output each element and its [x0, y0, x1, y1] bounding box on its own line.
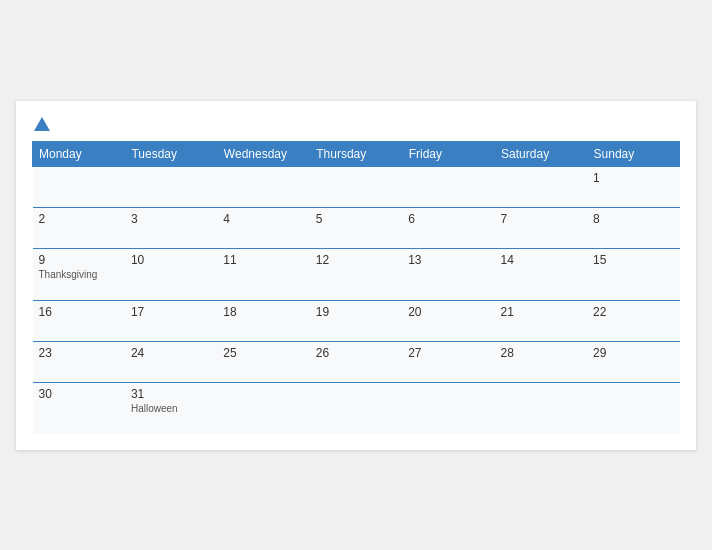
calendar-day-cell: 2 [33, 207, 125, 248]
calendar-week-row: 9Thanksgiving101112131415 [33, 248, 680, 300]
day-number: 26 [316, 346, 396, 360]
calendar-day-cell: 23 [33, 341, 125, 382]
calendar-day-cell [217, 382, 309, 434]
calendar-day-cell: 20 [402, 300, 494, 341]
calendar-day-cell: 26 [310, 341, 402, 382]
day-number: 7 [501, 212, 581, 226]
calendar-day-cell: 18 [217, 300, 309, 341]
day-number: 28 [501, 346, 581, 360]
day-number: 13 [408, 253, 488, 267]
day-number: 8 [593, 212, 673, 226]
weekday-header-thursday: Thursday [310, 141, 402, 166]
calendar-day-cell: 27 [402, 341, 494, 382]
calendar-day-cell [217, 166, 309, 207]
calendar-day-cell: 16 [33, 300, 125, 341]
weekday-header-friday: Friday [402, 141, 494, 166]
calendar-day-cell: 17 [125, 300, 217, 341]
calendar-day-cell: 3 [125, 207, 217, 248]
logo [32, 117, 52, 131]
calendar-day-cell: 21 [495, 300, 587, 341]
calendar-day-cell: 7 [495, 207, 587, 248]
calendar-day-cell [402, 382, 494, 434]
calendar-day-cell: 6 [402, 207, 494, 248]
calendar-day-cell [310, 166, 402, 207]
calendar-day-cell: 30 [33, 382, 125, 434]
day-number: 1 [593, 171, 673, 185]
day-number: 20 [408, 305, 488, 319]
day-number: 18 [223, 305, 303, 319]
day-number: 25 [223, 346, 303, 360]
day-number: 2 [39, 212, 119, 226]
calendar-day-cell: 28 [495, 341, 587, 382]
calendar-day-cell [402, 166, 494, 207]
day-number: 11 [223, 253, 303, 267]
calendar-day-cell: 25 [217, 341, 309, 382]
calendar-day-cell: 29 [587, 341, 679, 382]
calendar-day-cell: 24 [125, 341, 217, 382]
calendar-week-row: 23242526272829 [33, 341, 680, 382]
weekday-header-saturday: Saturday [495, 141, 587, 166]
calendar-day-cell [495, 166, 587, 207]
calendar-week-row: 1 [33, 166, 680, 207]
weekday-header-tuesday: Tuesday [125, 141, 217, 166]
calendar-day-cell: 11 [217, 248, 309, 300]
calendar-day-cell: 8 [587, 207, 679, 248]
calendar-day-cell [125, 166, 217, 207]
day-number: 17 [131, 305, 211, 319]
day-number: 27 [408, 346, 488, 360]
weekday-header-wednesday: Wednesday [217, 141, 309, 166]
calendar-day-cell: 15 [587, 248, 679, 300]
day-event-label: Halloween [131, 403, 211, 414]
calendar-day-cell: 14 [495, 248, 587, 300]
calendar-week-row: 3031Halloween [33, 382, 680, 434]
day-number: 30 [39, 387, 119, 401]
calendar-day-cell: 5 [310, 207, 402, 248]
weekday-header-monday: Monday [33, 141, 125, 166]
calendar-table: MondayTuesdayWednesdayThursdayFridaySatu… [32, 141, 680, 434]
logo-triangle-icon [34, 117, 50, 131]
day-number: 16 [39, 305, 119, 319]
calendar-day-cell: 22 [587, 300, 679, 341]
day-number: 23 [39, 346, 119, 360]
day-number: 10 [131, 253, 211, 267]
calendar-day-cell: 12 [310, 248, 402, 300]
day-number: 29 [593, 346, 673, 360]
calendar-day-cell [33, 166, 125, 207]
day-number: 24 [131, 346, 211, 360]
calendar-day-cell: 19 [310, 300, 402, 341]
calendar-container: MondayTuesdayWednesdayThursdayFridaySatu… [16, 101, 696, 450]
day-number: 31 [131, 387, 211, 401]
calendar-day-cell [587, 382, 679, 434]
calendar-day-cell: 31Halloween [125, 382, 217, 434]
day-number: 19 [316, 305, 396, 319]
calendar-header [32, 117, 680, 131]
calendar-week-row: 16171819202122 [33, 300, 680, 341]
day-number: 12 [316, 253, 396, 267]
weekday-header-sunday: Sunday [587, 141, 679, 166]
calendar-day-cell: 13 [402, 248, 494, 300]
day-number: 3 [131, 212, 211, 226]
day-event-label: Thanksgiving [39, 269, 119, 280]
calendar-week-row: 2345678 [33, 207, 680, 248]
day-number: 9 [39, 253, 119, 267]
day-number: 15 [593, 253, 673, 267]
day-number: 6 [408, 212, 488, 226]
calendar-day-cell [495, 382, 587, 434]
calendar-day-cell: 4 [217, 207, 309, 248]
calendar-day-cell: 10 [125, 248, 217, 300]
calendar-day-cell: 9Thanksgiving [33, 248, 125, 300]
day-number: 21 [501, 305, 581, 319]
weekday-header-row: MondayTuesdayWednesdayThursdayFridaySatu… [33, 141, 680, 166]
day-number: 5 [316, 212, 396, 226]
day-number: 22 [593, 305, 673, 319]
day-number: 14 [501, 253, 581, 267]
calendar-day-cell [310, 382, 402, 434]
day-number: 4 [223, 212, 303, 226]
calendar-day-cell: 1 [587, 166, 679, 207]
